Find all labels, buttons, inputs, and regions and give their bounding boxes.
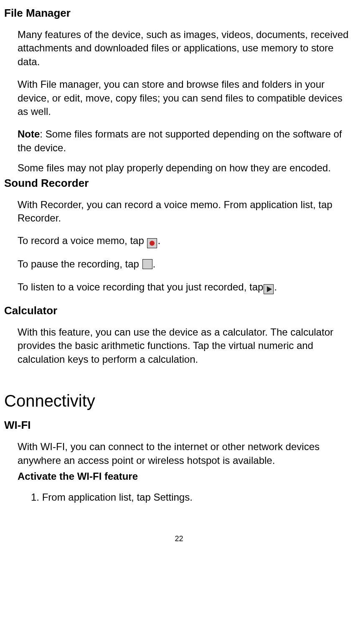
connectivity-heading: Connectivity <box>4 389 354 412</box>
file-manager-note: Note: Some files formats are not support… <box>18 127 354 155</box>
wifi-heading: WI-FI <box>4 418 354 433</box>
wifi-activate-subheading: Activate the WI-FI feature <box>18 470 354 483</box>
file-manager-paragraph: Some files may not play properly dependi… <box>18 161 354 175</box>
record-text-post: . <box>157 235 160 246</box>
pause-icon <box>142 259 152 269</box>
play-text-post: . <box>274 281 277 293</box>
pause-text-post: . <box>153 258 156 270</box>
calculator-heading: Calculator <box>4 303 354 318</box>
record-text-pre: To record a voice memo, tap <box>18 235 147 246</box>
file-manager-paragraph: With File manager, you can store and bro… <box>18 78 354 118</box>
recorder-intro: With Recorder, you can record a voice me… <box>18 198 354 225</box>
wifi-paragraph: With WI-FI, you can connect to the inter… <box>18 440 354 467</box>
file-manager-paragraph: Many features of the device, such as ima… <box>18 28 354 69</box>
record-icon <box>147 238 157 248</box>
note-text: : Some files formats are not supported d… <box>18 128 342 153</box>
note-label: Note <box>18 128 40 140</box>
pause-text-pre: To pause the recording, tap <box>18 258 142 270</box>
page-number: 22 <box>4 534 354 544</box>
pause-instruction: To pause the recording, tap . <box>18 257 354 271</box>
play-instruction: To listen to a voice recording that you … <box>18 280 354 294</box>
record-instruction: To record a voice memo, tap . <box>18 234 354 248</box>
sound-recorder-heading: Sound Recorder <box>4 176 354 191</box>
calculator-paragraph: With this feature, you can use the devic… <box>18 326 354 366</box>
play-icon <box>264 284 274 294</box>
wifi-step-1: 1. From application list, tap Settings. <box>31 491 354 504</box>
file-manager-heading: File Manager <box>4 6 354 20</box>
play-text-pre: To listen to a voice recording that you … <box>18 281 263 293</box>
